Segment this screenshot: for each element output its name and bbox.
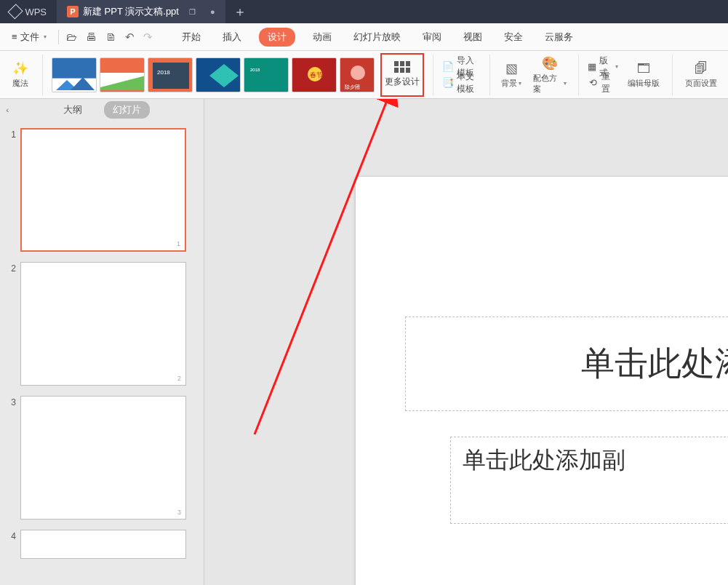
document-title: 新建 PPT 演示文稿.ppt bbox=[83, 5, 179, 18]
presentation-file-icon: P bbox=[67, 6, 79, 17]
print-preview-icon[interactable]: 🗎 bbox=[105, 31, 116, 43]
svg-text:2018: 2018 bbox=[157, 69, 170, 76]
tab-insert[interactable]: 插入 bbox=[218, 28, 246, 47]
template-thumb-6[interactable]: 春节 bbox=[292, 57, 337, 92]
subtitle-placeholder[interactable]: 单击此处添加副 bbox=[450, 437, 728, 524]
collapse-panel-icon[interactable]: ‹‹ bbox=[6, 106, 7, 114]
slide-thumbnail-3[interactable]: 3 bbox=[20, 396, 186, 520]
plus-icon: ＋ bbox=[233, 3, 247, 20]
edit-master-icon: 🗔 bbox=[636, 60, 652, 76]
slide-thumb-row: 4 bbox=[6, 530, 198, 559]
template-thumb-7[interactable]: 除夕团 bbox=[340, 57, 375, 92]
open-icon[interactable]: 🗁 bbox=[66, 31, 77, 43]
template-thumb-2[interactable] bbox=[100, 57, 145, 92]
tab-document[interactable]: P 新建 PPT 演示文稿.ppt ❐ ● bbox=[57, 0, 225, 23]
page-setup-button[interactable]: 🗐 页面设置 bbox=[681, 53, 721, 97]
slide-thumbnail-2[interactable]: 2 bbox=[20, 262, 186, 386]
tab-security[interactable]: 安全 bbox=[500, 28, 527, 47]
quick-access-toolbar: 🗁 🖶 🗎 ↶ ↷ bbox=[66, 31, 153, 44]
tab-start[interactable]: 开始 bbox=[177, 28, 205, 47]
layout-reset-group: ▦ 版式 ▾ ⟲ 重置 bbox=[588, 59, 618, 91]
tab-review[interactable]: 审阅 bbox=[418, 28, 446, 47]
file-label: 文件 bbox=[20, 31, 39, 44]
ribbon-tabs: 开始 插入 设计 动画 幻灯片放映 审阅 视图 安全 云服务 bbox=[177, 28, 577, 47]
divider bbox=[433, 55, 433, 95]
template-thumb-5[interactable]: 2018 bbox=[244, 57, 289, 92]
magic-button[interactable]: ✨ 魔法 bbox=[7, 53, 33, 97]
tab-wps-home[interactable]: WPS bbox=[0, 0, 57, 23]
chevron-down-icon: ▾ bbox=[564, 80, 567, 87]
background-icon: ▧ bbox=[503, 60, 519, 76]
panel-tab-outline[interactable]: 大纲 bbox=[55, 101, 91, 119]
tab-slideshow[interactable]: 幻灯片放映 bbox=[349, 28, 405, 47]
file-menu-button[interactable]: ≡ 文件 ▾ bbox=[7, 28, 51, 47]
slide-thumbnail-list[interactable]: 1 1 2 2 3 3 4 bbox=[0, 121, 204, 585]
chevron-down-icon: ▾ bbox=[44, 33, 47, 40]
slide-thumb-row: 3 3 bbox=[6, 396, 198, 520]
title-placeholder[interactable]: 单击此处添加 bbox=[405, 317, 728, 411]
grid-icon bbox=[394, 61, 410, 73]
color-scheme-icon: 🎨 bbox=[542, 55, 558, 71]
chevron-down-icon: ▾ bbox=[519, 80, 521, 87]
import-template-icon: 📄 bbox=[442, 61, 454, 73]
template-thumb-4[interactable] bbox=[196, 57, 241, 92]
background-label: 背景 bbox=[501, 78, 517, 89]
slide-canvas[interactable]: 单击此处添加 单击此处添加副 bbox=[356, 177, 728, 585]
slide-thumb-row: 2 2 bbox=[6, 262, 198, 386]
slide-page-badge: 2 bbox=[177, 375, 181, 382]
tab-design[interactable]: 设计 bbox=[259, 28, 295, 47]
slide-thumbnail-1[interactable]: 1 bbox=[20, 128, 186, 252]
slide-page-badge: 3 bbox=[177, 509, 181, 516]
tab-view[interactable]: 视图 bbox=[459, 28, 487, 47]
slide-thumb-row: 1 1 bbox=[6, 128, 198, 252]
edit-master-button[interactable]: 🗔 编辑母版 bbox=[624, 53, 663, 97]
tab-wps-label: WPS bbox=[25, 7, 47, 17]
layout-icon: ▦ bbox=[588, 61, 596, 73]
background-button[interactable]: ▧ 背景▾ bbox=[498, 53, 524, 97]
page-setup-label: 页面设置 bbox=[685, 78, 717, 89]
reset-label: 重置 bbox=[601, 71, 618, 95]
svg-text:2018: 2018 bbox=[250, 68, 260, 72]
divider bbox=[58, 30, 59, 44]
template-io-group: 📄 导入模板 📑 本文模板 bbox=[442, 59, 481, 91]
slide-canvas-area[interactable]: 单击此处添加 单击此处添加副 bbox=[204, 99, 728, 585]
divider bbox=[672, 55, 673, 95]
redo-icon[interactable]: ↷ bbox=[143, 31, 153, 44]
template-thumb-1[interactable] bbox=[52, 57, 97, 92]
color-scheme-label: 配色方案 bbox=[533, 73, 562, 95]
tab-close-icon[interactable]: ● bbox=[210, 7, 215, 16]
this-doc-template-button[interactable]: 📑 本文模板 bbox=[442, 75, 481, 91]
undo-icon[interactable]: ↶ bbox=[125, 31, 135, 44]
slide-page-badge: 1 bbox=[177, 240, 180, 247]
magic-label: 魔法 bbox=[12, 78, 28, 89]
svg-text:春节: 春节 bbox=[310, 71, 323, 79]
slide-number: 4 bbox=[6, 530, 16, 559]
more-designs-button[interactable]: 更多设计 bbox=[380, 53, 424, 97]
magic-wand-icon: ✨ bbox=[12, 60, 28, 76]
new-tab-button[interactable]: ＋ bbox=[225, 0, 255, 23]
titlebar: WPS P 新建 PPT 演示文稿.ppt ❐ ● ＋ bbox=[0, 0, 728, 23]
tab-animation[interactable]: 动画 bbox=[308, 28, 336, 47]
slide-number: 1 bbox=[6, 128, 16, 252]
slide-number: 2 bbox=[6, 262, 16, 386]
panel-tab-slides[interactable]: 幻灯片 bbox=[104, 101, 150, 119]
svg-text:除夕团: 除夕团 bbox=[345, 84, 360, 89]
print-icon[interactable]: 🖶 bbox=[86, 31, 97, 43]
tab-duplicate-icon[interactable]: ❐ bbox=[189, 8, 196, 16]
svg-marker-2 bbox=[71, 77, 95, 90]
tab-cloud[interactable]: 云服务 bbox=[540, 28, 577, 47]
slide-panel: ‹‹ 大纲 幻灯片 1 1 2 2 3 3 4 bbox=[0, 99, 204, 585]
subtitle-placeholder-text: 单击此处添加副 bbox=[463, 447, 625, 473]
svg-rect-0 bbox=[52, 58, 96, 79]
reset-button[interactable]: ⟲ 重置 bbox=[588, 75, 618, 91]
title-placeholder-text: 单击此处添加 bbox=[581, 341, 728, 386]
chevron-down-icon: ▾ bbox=[615, 63, 618, 70]
wps-logo-icon bbox=[7, 4, 23, 19]
slide-thumbnail-4[interactable] bbox=[20, 530, 186, 559]
more-designs-label: 更多设计 bbox=[385, 76, 420, 88]
divider bbox=[489, 55, 490, 95]
svg-rect-11 bbox=[244, 58, 288, 92]
svg-rect-7 bbox=[153, 63, 189, 89]
color-scheme-button[interactable]: 🎨 配色方案▾ bbox=[530, 53, 569, 97]
template-thumb-3[interactable]: 2018 bbox=[148, 57, 193, 92]
